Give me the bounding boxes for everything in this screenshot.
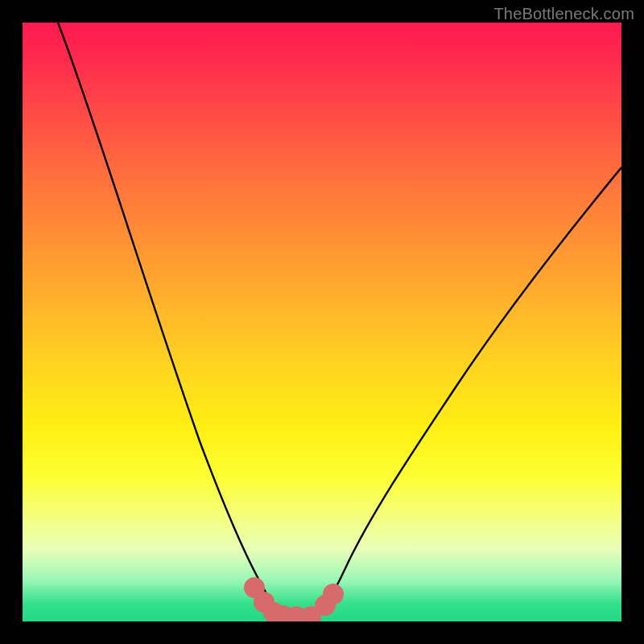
plot-area — [23, 23, 621, 621]
curve-layer — [23, 23, 621, 621]
bottleneck-curve — [58, 23, 621, 617]
watermark-text: TheBottleneck.com — [493, 5, 634, 23]
svg-point-9 — [328, 588, 339, 600]
chart-frame: TheBottleneck.com — [0, 0, 644, 644]
svg-point-0 — [249, 582, 260, 593]
optimal-range-markers — [249, 582, 339, 621]
svg-point-5 — [291, 611, 302, 621]
